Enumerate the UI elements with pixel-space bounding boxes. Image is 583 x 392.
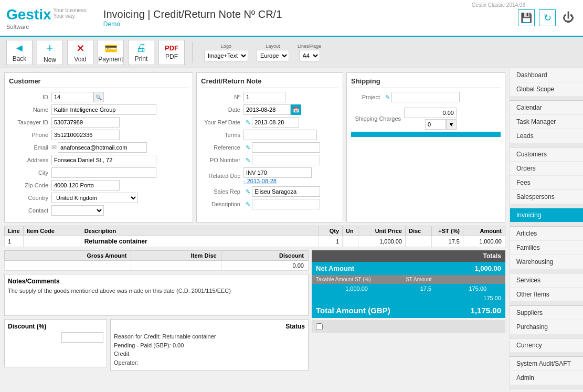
zipcode-input[interactable] <box>51 180 120 190</box>
logo-gestix: Gestix <box>6 6 51 23</box>
ponumber-input[interactable] <box>252 155 320 165</box>
email-row: Email ✉ <box>9 142 188 153</box>
taxpayer-row: Taxpayer ID <box>9 117 188 128</box>
sidebar-item-task-manager[interactable]: Task Manager <box>510 115 583 129</box>
address-input[interactable] <box>51 155 156 165</box>
sidebar-item-dashboard[interactable]: Dashboard <box>510 68 583 82</box>
toolbar: ◄ Back + New ✕ Void 💳 Payment 🖨 Print PD… <box>0 37 583 68</box>
pdf-button[interactable]: PDF PDF <box>158 40 185 65</box>
back-icon: ◄ <box>14 42 25 54</box>
sidebar-item-system-audit/saft[interactable]: System Audit/SAFT <box>510 357 583 371</box>
contact-select[interactable] <box>51 205 104 216</box>
void-icon: ✕ <box>76 42 85 55</box>
city-input[interactable] <box>51 167 156 178</box>
sidebar-item-purchasing[interactable]: Purchasing <box>510 320 583 334</box>
sidebar-divider <box>510 204 583 208</box>
print-icon: 🖨 <box>136 42 146 54</box>
summary-row: 0.00 <box>5 261 309 271</box>
refresh-icon-btn[interactable]: ↻ <box>539 9 556 26</box>
charges-row: Shipping Charges ▼ <box>351 108 501 130</box>
terms-row: Terms <box>201 130 338 140</box>
zipcode-label: Zip Code <box>9 182 48 188</box>
col-line: Line <box>5 226 24 236</box>
reference-input[interactable] <box>252 142 320 153</box>
email-icon: ✉ <box>51 144 57 151</box>
sidebar-divider <box>510 223 583 227</box>
new-button[interactable]: + New <box>37 40 63 65</box>
discount-pct-input[interactable] <box>61 332 103 343</box>
tagline-line1: Your business. <box>54 7 88 13</box>
checkbox-input[interactable] <box>316 323 323 330</box>
date-calendar-button[interactable]: 📅 <box>291 104 301 115</box>
yourref-input[interactable] <box>252 117 299 128</box>
taxpayer-input[interactable] <box>51 117 120 128</box>
sidebar-item-admin[interactable]: Admin <box>510 371 583 385</box>
lines-select[interactable]: A4 <box>299 50 320 61</box>
logo-area: Gestix Your business. Your way. Software <box>6 6 88 30</box>
exit-icon-btn[interactable]: ⏻ <box>560 9 577 26</box>
description-input[interactable] <box>252 199 320 209</box>
sidebar-item-services[interactable]: Services <box>510 273 583 288</box>
col-item-code: Item Code <box>23 226 81 236</box>
charges-qty-input[interactable] <box>425 119 446 130</box>
charges-dropdown-btn[interactable]: ▼ <box>446 119 457 130</box>
net-amount-row: Net Amount 1,000.00 <box>312 262 505 275</box>
print-button[interactable]: 🖨 Print <box>128 40 154 65</box>
col-unit-price: Unit Price <box>358 226 406 236</box>
project-input[interactable] <box>391 92 460 102</box>
description-row: Description ✎ <box>201 199 338 209</box>
terms-input[interactable] <box>243 130 317 140</box>
notes-text: The supply of the goods mentioned above … <box>8 287 305 295</box>
date-input[interactable] <box>243 104 291 115</box>
description-edit-icon: ✎ <box>243 200 252 208</box>
country-label: Country <box>9 195 48 201</box>
address-row: Address <box>9 155 188 165</box>
logo-select[interactable]: Image+Text <box>204 50 248 61</box>
relateddoc-link[interactable]: - 2013-08-28 <box>243 178 312 184</box>
sidebar-item-salespersons[interactable]: Salespersons <box>510 190 583 204</box>
sidebar-item-calendar[interactable]: Calendar <box>510 101 583 115</box>
sidebar-item-warehousing[interactable]: Warehousing <box>510 255 583 269</box>
no-input[interactable] <box>243 92 285 102</box>
zipcode-row: Zip Code <box>9 180 188 190</box>
sidebar-item-fees[interactable]: Fees <box>510 176 583 190</box>
back-button[interactable]: ◄ Back <box>6 40 33 65</box>
sidebar-divider <box>510 97 583 101</box>
id-input[interactable] <box>51 92 93 102</box>
sidebar-item-currency[interactable]: Currency <box>510 338 583 353</box>
sidebar-item-other-items[interactable]: Other Items <box>510 288 583 302</box>
sidebar-item-customers[interactable]: Customers <box>510 147 583 162</box>
header-title: Invoicing | Credit/Return Note Nº CR/1 D… <box>103 8 518 28</box>
name-input[interactable] <box>51 104 156 115</box>
relateddoc-input[interactable] <box>243 167 312 178</box>
phone-input[interactable] <box>51 130 120 140</box>
charges-value-input[interactable] <box>404 108 457 118</box>
total-amount-value: 1,175.00 <box>450 303 505 318</box>
layout-group: Layout Europe <box>257 44 289 61</box>
sidebar-item-articles[interactable]: Articles <box>510 227 583 241</box>
void-button[interactable]: ✕ Void <box>67 40 93 65</box>
email-input[interactable] <box>58 142 147 153</box>
notes-panel: Notes/Comments The supply of the goods m… <box>4 274 309 316</box>
sidebar-item-families[interactable]: Families <box>510 241 583 255</box>
id-search-button[interactable]: 🔍 <box>93 92 104 102</box>
sidebar-item-global-scope[interactable]: Global Scope <box>510 82 583 97</box>
sidebar-item-orders[interactable]: Orders <box>510 162 583 176</box>
sidebar-item-invoicing[interactable]: Invoicing <box>510 208 583 223</box>
save-icon-btn[interactable]: 💾 <box>518 9 535 26</box>
description-label: Description <box>201 201 240 207</box>
date-row: Date 📅 <box>201 104 338 115</box>
crn-panel: Credit/Return Note Nº Date 📅 Your Ref Da… <box>196 72 343 223</box>
discount-pct-panel: Discount (%) <box>4 319 107 367</box>
net-amount-label: Net Amount <box>312 262 450 275</box>
customer-panel-title: Customer <box>9 77 188 88</box>
payment-button[interactable]: 💳 Payment <box>98 40 124 65</box>
layout-select[interactable]: Europe <box>257 50 289 61</box>
country-select[interactable]: United Kingdom <box>51 193 138 203</box>
no-label: Nº <box>201 94 240 100</box>
totals-table: Totals Net Amount 1,000.00 Taxable Amoun… <box>312 250 505 318</box>
sidebar-item-leads[interactable]: Leads <box>510 129 583 143</box>
salesrep-input[interactable] <box>252 186 320 197</box>
total-amount-label: Total Amount (GBP) <box>312 303 450 318</box>
sidebar-item-suppliers[interactable]: Suppliers <box>510 306 583 320</box>
